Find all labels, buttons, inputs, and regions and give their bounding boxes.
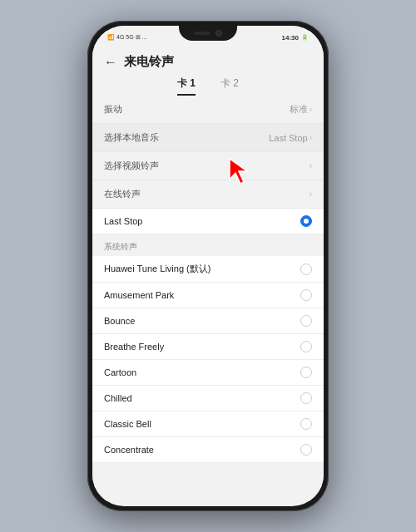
ringtone-radio-r1[interactable] — [300, 264, 312, 275]
notch — [179, 26, 237, 41]
system-ringtones-header: 系统铃声 — [92, 234, 324, 256]
network-text: 4G 5G ⊞ ... — [116, 34, 146, 41]
online-ringtone-row[interactable]: 在线铃声 › — [92, 180, 324, 209]
local-music-label: 选择本地音乐 — [104, 131, 159, 144]
status-right: 14:30 🔋 — [282, 34, 309, 42]
ringtone-label-r7: Classic Bell — [104, 419, 151, 429]
vibrate-value: 标准 › — [290, 103, 312, 116]
ringtone-radio-r2[interactable] — [300, 289, 312, 301]
tab-card1[interactable]: 卡 1 — [177, 76, 196, 96]
ringtone-item-r6[interactable]: Chilled — [92, 386, 324, 411]
time-display: 14:30 — [282, 34, 299, 42]
ringtone-item-r1[interactable]: Huawei Tune Living (默认) — [92, 256, 324, 283]
ringtone-item-r2[interactable]: Amusement Park — [92, 283, 324, 308]
local-music-row[interactable]: 选择本地音乐 Last Stop › — [92, 124, 324, 152]
ringtone-label-r4: Breathe Freely — [104, 342, 164, 352]
chevron-icon: › — [310, 105, 312, 114]
notch-camera — [215, 30, 222, 37]
ringtone-label-r8: Concentrate — [104, 445, 154, 455]
online-ringtone-chevron: › — [310, 190, 312, 199]
ringtone-label-r1: Huawei Tune Living (默认) — [104, 263, 210, 275]
video-ringtone-row[interactable]: 选择视频铃声 › — [92, 152, 324, 180]
back-button[interactable]: ← — [104, 55, 117, 70]
status-left: 📶 4G 5G ⊞ ... — [107, 34, 146, 41]
ringtone-radio-r8[interactable] — [300, 444, 312, 456]
last-stop-label: Last Stop — [104, 216, 142, 226]
ringtone-radio-r6[interactable] — [300, 392, 312, 404]
last-stop-radio[interactable] — [300, 215, 312, 227]
ringtone-item-r8[interactable]: Concentrate — [92, 437, 324, 463]
ringtone-radio-r4[interactable] — [300, 341, 312, 352]
phone-frame: 📶 4G 5G ⊞ ... 14:30 🔋 ← 来电铃声 卡 1 卡 2 — [87, 21, 329, 511]
vibrate-row[interactable]: 振动 标准 › — [92, 96, 324, 124]
ringtone-radio-r3[interactable] — [300, 315, 312, 327]
ringtone-item-r7[interactable]: Classic Bell — [92, 411, 324, 437]
ringtone-label-r6: Chilled — [104, 393, 132, 403]
ringtone-item-r3[interactable]: Bounce — [92, 308, 324, 334]
video-ringtone-label: 选择视频铃声 — [104, 160, 159, 172]
ringtone-label-r2: Amusement Park — [104, 290, 174, 300]
ringtone-label-r5: Cartoon — [104, 367, 136, 377]
local-music-chevron: › — [310, 133, 312, 142]
ringtone-item-r4[interactable]: Breathe Freely — [92, 334, 324, 360]
phone-screen: 📶 4G 5G ⊞ ... 14:30 🔋 ← 来电铃声 卡 1 卡 2 — [92, 26, 324, 506]
card-tabs: 卡 1 卡 2 — [92, 70, 324, 96]
video-ringtone-chevron: › — [310, 161, 312, 170]
ringtone-radio-r7[interactable] — [300, 418, 312, 430]
tab-card2[interactable]: 卡 2 — [220, 76, 239, 96]
page-header: ← 来电铃声 — [92, 49, 324, 70]
notch-sensor — [194, 32, 210, 35]
online-ringtone-value: › — [310, 190, 312, 199]
video-ringtone-value: › — [310, 161, 312, 170]
battery-icon: 🔋 — [301, 34, 309, 41]
online-ringtone-label: 在线铃声 — [104, 188, 141, 200]
signal-icon: 📶 — [107, 34, 115, 41]
local-music-value: Last Stop › — [269, 133, 312, 143]
page-title: 来电铃声 — [124, 54, 174, 70]
ringtone-label-r3: Bounce — [104, 316, 135, 326]
ringtone-radio-r5[interactable] — [300, 367, 312, 378]
content-area: 振动 标准 › 选择本地音乐 Last Stop › — [92, 96, 324, 501]
last-stop-row[interactable]: Last Stop — [92, 209, 324, 234]
ringtone-item-r5[interactable]: Cartoon — [92, 360, 324, 386]
vibrate-label: 振动 — [104, 103, 122, 116]
